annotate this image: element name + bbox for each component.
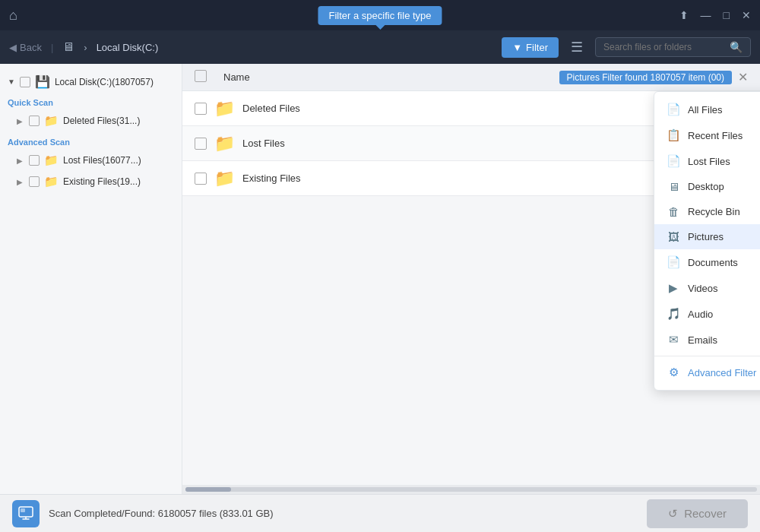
- filter-dropdown: 📄 All Files 📋 Recent Files 📄 Lost Files …: [654, 91, 760, 391]
- drive-chevron-icon: ▼: [8, 78, 15, 86]
- nav-arrow: ›: [84, 42, 87, 53]
- sidebar-item-existing[interactable]: ▶ 📁 Existing Files(19...): [0, 171, 182, 192]
- drive-label: Local Disk(C:)(1807057): [55, 77, 154, 87]
- close-filter-button[interactable]: ✕: [738, 70, 748, 84]
- nav-path: Local Disk(C:): [97, 42, 159, 53]
- window-controls: ⬆ — □ ✕: [679, 9, 751, 21]
- filter-badge-suffix: (00): [708, 72, 724, 83]
- svg-rect-1: [21, 508, 25, 512]
- folder-icon-2: 📁: [214, 169, 235, 188]
- col-name-header: Name: [217, 71, 559, 83]
- header-checkbox-col: [195, 70, 217, 84]
- advanced-filter-icon: ⚙: [667, 366, 680, 379]
- deleted-checkbox[interactable]: [29, 116, 40, 126]
- desktop-label: Desktop: [688, 181, 760, 192]
- videos-icon: ▶: [667, 281, 680, 295]
- row-checkbox-1[interactable]: [195, 138, 207, 150]
- deleted-expand-icon: ▶: [17, 117, 23, 125]
- recent-files-icon: 📋: [667, 128, 680, 142]
- sidebar-item-lost[interactable]: ▶ 📁 Lost Files(16077...): [0, 150, 182, 171]
- advanced-scan-label: Advanced Scan: [0, 131, 182, 150]
- filter-badge: Pictures Filter found 1807057 item (00): [559, 71, 732, 84]
- dropdown-item-videos[interactable]: ▶ Videos: [654, 275, 760, 301]
- titlebar: ⌂ Filter a specific file type ⬆ — □ ✕: [0, 0, 760, 30]
- deleted-label: Deleted Files(31...): [63, 116, 140, 126]
- content-header: Name Pictures Filter found 1807057 item …: [182, 64, 760, 91]
- maximize-icon[interactable]: □: [724, 9, 730, 21]
- dropdown-item-recent-files[interactable]: 📋 Recent Files: [654, 122, 760, 148]
- audio-icon: 🎵: [667, 307, 680, 321]
- existing-checkbox[interactable]: [29, 176, 40, 187]
- dropdown-item-advanced-filter[interactable]: ⚙ Advanced Filter: [654, 359, 760, 385]
- lost-checkbox[interactable]: [29, 155, 40, 166]
- filter-label: Filter: [526, 42, 548, 53]
- existing-expand-icon: ▶: [17, 178, 23, 186]
- dropdown-item-emails[interactable]: ✉ Emails: [654, 327, 760, 353]
- dropdown-item-desktop[interactable]: 🖥 Desktop: [654, 174, 760, 199]
- nav-right: ▼ Filter ☰ 🔍: [502, 36, 751, 59]
- scrollbar-thumb[interactable]: [185, 487, 231, 492]
- documents-icon: 📄: [667, 255, 680, 269]
- back-button[interactable]: ◀ Back: [9, 42, 42, 53]
- quick-scan-label: Quick Scan: [0, 92, 182, 110]
- drive-header[interactable]: ▼ 💾 Local Disk(C:)(1807057): [0, 71, 182, 92]
- dropdown-item-documents[interactable]: 📄 Documents: [654, 249, 760, 275]
- recover-button[interactable]: ↺ Recover: [647, 499, 748, 528]
- dropdown-divider: [654, 356, 760, 356]
- filter-tooltip: Filter a specific file type: [318, 6, 442, 25]
- nav-separator: |: [51, 42, 53, 53]
- emails-label: Emails: [688, 334, 760, 346]
- dropdown-item-recycle-bin[interactable]: 🗑 Recycle Bin: [654, 199, 760, 224]
- drive-checkbox[interactable]: [20, 77, 30, 87]
- dropdown-item-all-files[interactable]: 📄 All Files: [654, 97, 760, 122]
- close-icon[interactable]: ✕: [742, 9, 751, 21]
- filter-icon: ▼: [512, 42, 522, 53]
- row-checkbox-2[interactable]: [195, 173, 207, 185]
- pictures-icon: 🖼: [667, 230, 680, 243]
- menu-button[interactable]: ☰: [565, 36, 589, 59]
- lost-files-label: Lost Files: [688, 156, 760, 167]
- recycle-bin-icon: 🗑: [667, 205, 680, 218]
- dropdown-item-lost-files[interactable]: 📄 Lost Files: [654, 148, 760, 174]
- sidebar: ▼ 💾 Local Disk(C:)(1807057) Quick Scan ▶…: [0, 64, 182, 494]
- home-icon[interactable]: ⌂: [9, 8, 17, 24]
- filter-badge-text: Pictures Filter found 1807057 item: [567, 72, 706, 83]
- folder-icon-1: 📁: [214, 134, 235, 154]
- recycle-bin-label: Recycle Bin: [688, 206, 760, 217]
- existing-folder-icon: 📁: [44, 175, 59, 188]
- header-checkbox[interactable]: [195, 70, 207, 82]
- emails-icon: ✉: [667, 333, 680, 347]
- recent-files-label: Recent Files: [688, 130, 760, 141]
- documents-label: Documents: [688, 257, 760, 268]
- back-arrow-icon: ◀: [9, 42, 17, 53]
- folder-icon-0: 📁: [214, 99, 235, 119]
- desktop-icon: 🖥: [667, 180, 680, 193]
- main-layout: ▼ 💾 Local Disk(C:)(1807057) Quick Scan ▶…: [0, 64, 760, 494]
- all-files-icon: 📄: [667, 103, 680, 116]
- sidebar-item-deleted[interactable]: ▶ 📁 Deleted Files(31...): [0, 110, 182, 131]
- drive-icon: 💾: [35, 74, 50, 89]
- horizontal-scrollbar[interactable]: [182, 485, 760, 494]
- dropdown-item-pictures[interactable]: 🖼 Pictures ✓: [654, 224, 760, 249]
- titlebar-left: ⌂: [9, 8, 17, 24]
- lost-label: Lost Files(16077...): [63, 155, 141, 166]
- search-input[interactable]: [603, 42, 725, 52]
- row-checkbox-0[interactable]: [195, 103, 207, 115]
- drive-icon: 🖥: [62, 40, 74, 54]
- advanced-filter-label: Advanced Filter: [688, 367, 760, 378]
- all-files-label: All Files: [688, 104, 760, 116]
- videos-label: Videos: [688, 283, 760, 294]
- computer-icon: [12, 500, 40, 527]
- audio-label: Audio: [688, 309, 760, 320]
- lost-folder-icon: 📁: [44, 154, 59, 167]
- search-icon[interactable]: 🔍: [730, 41, 743, 53]
- file-name-2: Existing Files: [242, 173, 657, 184]
- dropdown-item-audio[interactable]: 🎵 Audio: [654, 301, 760, 327]
- filter-button[interactable]: ▼ Filter: [502, 37, 559, 58]
- deleted-folder-icon: 📁: [44, 114, 59, 128]
- minimize-icon[interactable]: —: [701, 9, 711, 21]
- share-icon[interactable]: ⬆: [679, 9, 689, 21]
- file-name-1: Lost Files: [242, 138, 657, 149]
- navbar: ◀ Back | 🖥 › Local Disk(C:) ▼ Filter ☰ 🔍: [0, 30, 760, 64]
- scrollbar-track: [185, 487, 757, 492]
